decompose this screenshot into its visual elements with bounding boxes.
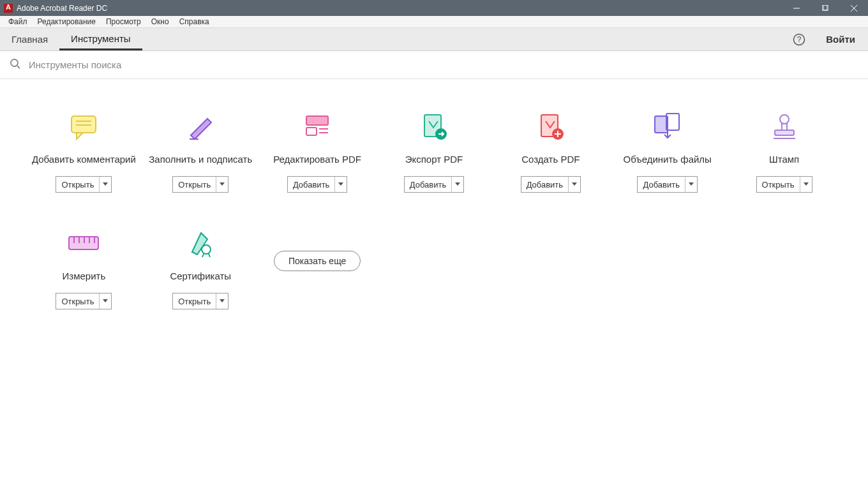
svg-marker-20 (338, 182, 343, 186)
menu-file[interactable]: Файл (3, 17, 33, 26)
svg-rect-31 (782, 124, 787, 130)
tool-label: Сертификаты (170, 264, 231, 289)
svg-marker-43 (220, 299, 225, 302)
svg-rect-16 (306, 116, 328, 125)
tool-button-label: Открыть (56, 177, 100, 192)
window-title: Adobe Acrobat Reader DC (17, 4, 782, 13)
chevron-down-icon[interactable] (216, 177, 228, 192)
chevron-down-icon[interactable] (100, 293, 111, 309)
tool-button[interactable]: Открыть (172, 176, 228, 193)
tool-edit-pdf[interactable]: Редактировать PDF Добавить (262, 111, 373, 193)
tool-stamp[interactable]: Штамп Открыть (729, 111, 839, 193)
menu-bar: Файл Редактирование Просмотр Окно Справк… (0, 16, 868, 28)
show-more-button[interactable]: Показать еще (274, 251, 361, 271)
tool-label: Добавить комментарий (32, 147, 136, 172)
tool-button-label: Добавить (638, 177, 685, 192)
tool-button-label: Открыть (173, 293, 216, 309)
tool-button[interactable]: Открыть (172, 293, 228, 309)
svg-point-7 (11, 59, 18, 66)
menu-view[interactable]: Просмотр (101, 17, 146, 26)
show-more-cell: Показать еще (262, 228, 373, 309)
tool-button-label: Добавить (521, 177, 569, 192)
svg-marker-10 (77, 133, 83, 139)
chevron-down-icon[interactable] (335, 177, 347, 192)
tab-bar: Главная Инструменты ? Войти (0, 28, 868, 51)
tools-area: Добавить комментарий Открыть Заполнить и… (0, 79, 868, 309)
search-icon (10, 58, 21, 71)
svg-line-8 (17, 66, 20, 68)
tool-label: Объединить файлы (624, 147, 712, 172)
tool-button[interactable]: Добавить (637, 176, 697, 193)
svg-marker-26 (572, 182, 577, 186)
app-icon (4, 4, 13, 13)
tool-label: Редактировать PDF (273, 147, 361, 172)
tool-label: Создать PDF (521, 147, 580, 172)
tool-button-label: Открыть (173, 177, 216, 192)
edit-pdf-icon (303, 111, 332, 143)
chevron-down-icon[interactable] (100, 177, 111, 192)
minimize-button[interactable] (782, 0, 811, 16)
chevron-down-icon[interactable] (800, 177, 812, 192)
export-pdf-icon (419, 111, 449, 143)
svg-point-30 (780, 115, 789, 124)
chevron-down-icon[interactable] (569, 177, 580, 192)
svg-rect-1 (822, 5, 827, 10)
create-pdf-icon (536, 111, 565, 143)
svg-marker-15 (220, 182, 225, 186)
tool-button[interactable]: Добавить (287, 176, 347, 193)
tool-label: Заполнить и подписать (149, 147, 252, 172)
certificate-icon (186, 228, 215, 260)
comment-icon (69, 111, 98, 143)
tab-tools[interactable]: Инструменты (59, 28, 142, 50)
search-bar (0, 51, 868, 79)
menu-help[interactable]: Справка (174, 17, 214, 26)
tool-label: Измерить (63, 264, 106, 289)
svg-marker-23 (455, 182, 460, 186)
title-bar: Adobe Acrobat Reader DC (0, 0, 868, 16)
chevron-down-icon[interactable] (452, 177, 463, 192)
tool-label: Штамп (769, 147, 799, 172)
tools-grid: Добавить комментарий Открыть Заполнить и… (29, 111, 839, 309)
tool-button[interactable]: Открыть (756, 176, 812, 193)
svg-marker-29 (689, 182, 694, 186)
tool-button-label: Добавить (405, 177, 452, 192)
svg-text:?: ? (797, 35, 802, 44)
pen-icon (186, 111, 215, 143)
tab-spacer (142, 28, 786, 50)
svg-rect-32 (775, 130, 794, 135)
svg-marker-41 (103, 299, 108, 302)
tool-combine[interactable]: Объединить файлы Добавить (612, 111, 722, 193)
search-input[interactable] (29, 59, 284, 70)
tab-home[interactable]: Главная (0, 28, 59, 50)
stamp-icon (770, 111, 799, 143)
tool-create-pdf[interactable]: Создать PDF Добавить (495, 111, 606, 193)
menu-edit[interactable]: Редактирование (33, 17, 101, 26)
help-icon[interactable]: ? (785, 28, 813, 50)
combine-files-icon (651, 111, 684, 143)
chevron-down-icon[interactable] (216, 293, 228, 309)
svg-point-42 (202, 245, 211, 254)
menu-window[interactable]: Окно (146, 17, 174, 26)
tool-button[interactable]: Открыть (56, 176, 112, 193)
ruler-icon (68, 228, 100, 260)
svg-marker-13 (103, 182, 108, 186)
svg-marker-34 (804, 182, 809, 186)
tool-button[interactable]: Добавить (521, 176, 581, 193)
window-controls (782, 0, 868, 16)
chevron-down-icon[interactable] (685, 177, 697, 192)
signin-button[interactable]: Войти (813, 28, 868, 50)
tool-measure[interactable]: Измерить Открыть (29, 228, 139, 309)
tool-comment[interactable]: Добавить комментарий Открыть (29, 111, 139, 193)
tool-export-pdf[interactable]: Экспорт PDF Добавить (379, 111, 490, 193)
tool-button-label: Открыть (56, 293, 100, 309)
tool-fill-sign[interactable]: Заполнить и подписать Открыть (146, 111, 256, 193)
tool-button-label: Добавить (288, 177, 335, 192)
tool-button-label: Открыть (757, 177, 800, 192)
tool-button[interactable]: Добавить (404, 176, 464, 193)
maximize-button[interactable] (811, 0, 839, 16)
close-button[interactable] (839, 0, 868, 16)
tool-button[interactable]: Открыть (56, 293, 112, 309)
tool-certificates[interactable]: Сертификаты Открыть (146, 228, 256, 309)
svg-rect-17 (306, 128, 317, 135)
tool-label: Экспорт PDF (405, 147, 463, 172)
